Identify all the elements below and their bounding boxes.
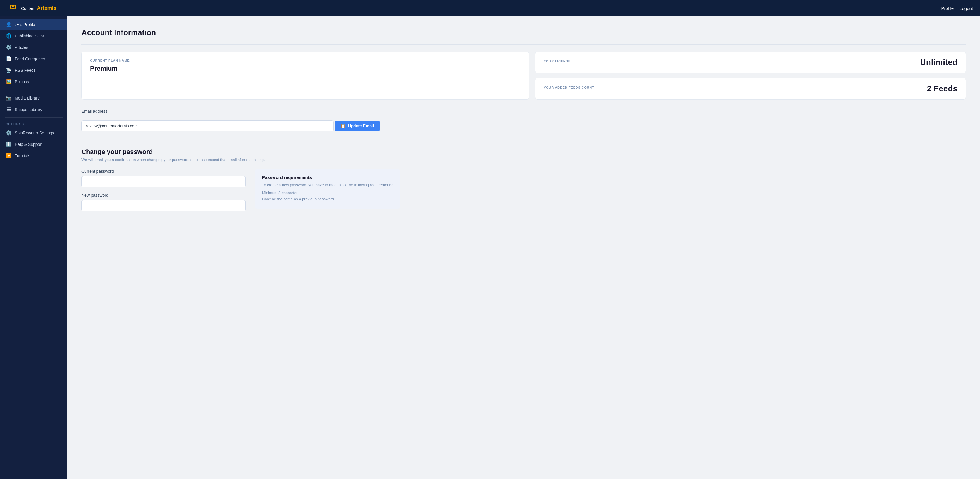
svg-point-3 bbox=[12, 6, 14, 7]
sidebar-item-spinrewriter[interactable]: ⚙️ SpinRewriter Settings bbox=[0, 127, 67, 138]
profile-link[interactable]: Profile bbox=[941, 6, 954, 11]
sidebar-item-jv-profile[interactable]: 👤 JV's Profile bbox=[0, 19, 67, 30]
logo-main-text: Artemis bbox=[37, 5, 57, 11]
new-password-group: New password bbox=[81, 193, 246, 211]
update-email-button[interactable]: 📋 Update Email bbox=[335, 121, 380, 131]
help-icon: ℹ️ bbox=[6, 141, 12, 147]
current-password-label: Current password bbox=[81, 169, 246, 174]
sidebar-label-help-support: Help & Support bbox=[15, 142, 43, 147]
new-password-input[interactable] bbox=[81, 200, 246, 211]
camera-icon: 📷 bbox=[6, 95, 12, 101]
logo-icon bbox=[7, 2, 19, 14]
requirement-2: Can't be the same as a previous password bbox=[262, 197, 393, 201]
main-content: Account Information CURRENT PLAN NAME Pr… bbox=[67, 16, 980, 479]
topnav-right: Profile Logout bbox=[941, 6, 973, 11]
articles-icon: ⚙️ bbox=[6, 44, 12, 50]
password-section-divider bbox=[81, 141, 966, 141]
user-icon: 👤 bbox=[6, 22, 12, 27]
sidebar-label-snippet-library: Snippet Library bbox=[15, 107, 42, 112]
logo-sub-text: Content bbox=[21, 6, 35, 11]
sidebar-item-articles[interactable]: ⚙️ Articles bbox=[0, 41, 67, 53]
license-card-value: Unlimited bbox=[920, 58, 958, 67]
sidebar-divider-2 bbox=[5, 117, 63, 118]
requirements-title: Password requirements bbox=[262, 175, 393, 180]
license-card-label: YOUR LICENSE bbox=[544, 59, 571, 63]
sidebar-item-media-library[interactable]: 📷 Media Library bbox=[0, 92, 67, 104]
settings-section-label: SETTINGS bbox=[0, 120, 67, 127]
page-title: Account Information bbox=[81, 28, 966, 37]
requirements-box: Password requirements To create a new pa… bbox=[255, 169, 400, 209]
update-email-icon: 📋 bbox=[340, 124, 345, 128]
page-title-divider bbox=[81, 44, 966, 44]
layout: 👤 JV's Profile 🌐 Publishing Sites ⚙️ Art… bbox=[0, 16, 980, 479]
sidebar-item-help-support[interactable]: ℹ️ Help & Support bbox=[0, 138, 67, 150]
plan-card-label: CURRENT PLAN NAME bbox=[90, 59, 521, 62]
sidebar-label-publishing-sites: Publishing Sites bbox=[15, 34, 44, 38]
sidebar-label-spinrewriter: SpinRewriter Settings bbox=[15, 130, 54, 135]
email-input[interactable] bbox=[81, 121, 334, 132]
feeds-card: YOUR ADDED FEEDS COUNT 2 Feeds bbox=[535, 78, 966, 100]
password-section: Change your password We will email you a… bbox=[81, 148, 966, 217]
spinrewriter-icon: ⚙️ bbox=[6, 130, 12, 136]
sidebar-item-snippet-library[interactable]: ☰ Snippet Library bbox=[0, 104, 67, 115]
sidebar: 👤 JV's Profile 🌐 Publishing Sites ⚙️ Art… bbox=[0, 16, 67, 479]
feeds-card-label: YOUR ADDED FEEDS COUNT bbox=[544, 86, 594, 89]
requirement-1: Minimum 8 character bbox=[262, 190, 393, 195]
sidebar-item-tutorials[interactable]: ▶️ Tutorials bbox=[0, 150, 67, 161]
sidebar-item-rss-feeds[interactable]: 📡 RSS Feeds bbox=[0, 64, 67, 76]
top-navigation: Content Artemis Profile Logout bbox=[0, 0, 980, 16]
plan-card: CURRENT PLAN NAME Premium bbox=[81, 52, 529, 100]
plan-card-value: Premium bbox=[90, 65, 521, 72]
sidebar-item-pixabay[interactable]: 🖼️ Pixabay bbox=[0, 76, 67, 87]
current-password-input[interactable] bbox=[81, 176, 246, 187]
sidebar-item-publishing-sites[interactable]: 🌐 Publishing Sites bbox=[0, 30, 67, 41]
password-section-title: Change your password bbox=[81, 148, 966, 156]
snippet-icon: ☰ bbox=[6, 106, 12, 112]
sidebar-item-feed-categories[interactable]: 📄 Feed Categories bbox=[0, 53, 67, 64]
sidebar-label-articles: Articles bbox=[15, 45, 28, 50]
feed-categories-icon: 📄 bbox=[6, 56, 12, 62]
cards-right: YOUR LICENSE Unlimited YOUR ADDED FEEDS … bbox=[535, 52, 966, 100]
new-password-label: New password bbox=[81, 193, 246, 198]
sidebar-label-jv-profile: JV's Profile bbox=[15, 22, 35, 27]
sidebar-label-pixabay: Pixabay bbox=[15, 79, 29, 84]
sidebar-label-feed-categories: Feed Categories bbox=[15, 57, 45, 61]
rss-icon: 📡 bbox=[6, 67, 12, 73]
email-label: Email address bbox=[81, 109, 966, 114]
password-row: Current password New password Password r… bbox=[81, 169, 966, 217]
globe-icon: 🌐 bbox=[6, 33, 12, 39]
license-card: YOUR LICENSE Unlimited bbox=[535, 52, 966, 73]
tutorials-icon: ▶️ bbox=[6, 153, 12, 159]
sidebar-label-media-library: Media Library bbox=[15, 96, 40, 100]
current-password-group: Current password bbox=[81, 169, 246, 187]
feeds-card-value: 2 Feeds bbox=[927, 84, 958, 94]
email-section: Email address 📋 Update Email bbox=[81, 109, 966, 132]
requirements-subtitle: To create a new password, you have to me… bbox=[262, 183, 393, 187]
password-fields: Current password New password bbox=[81, 169, 246, 217]
sidebar-label-rss-feeds: RSS Feeds bbox=[15, 68, 36, 73]
logout-link[interactable]: Logout bbox=[959, 6, 973, 11]
info-cards: CURRENT PLAN NAME Premium YOUR LICENSE U… bbox=[81, 52, 966, 100]
svg-point-0 bbox=[7, 2, 19, 14]
logo: Content Artemis bbox=[7, 2, 57, 14]
pixabay-icon: 🖼️ bbox=[6, 79, 12, 84]
update-email-label: Update Email bbox=[348, 124, 374, 128]
sidebar-label-tutorials: Tutorials bbox=[15, 154, 30, 158]
password-section-subtitle: We will email you a confirmation when ch… bbox=[81, 157, 966, 162]
